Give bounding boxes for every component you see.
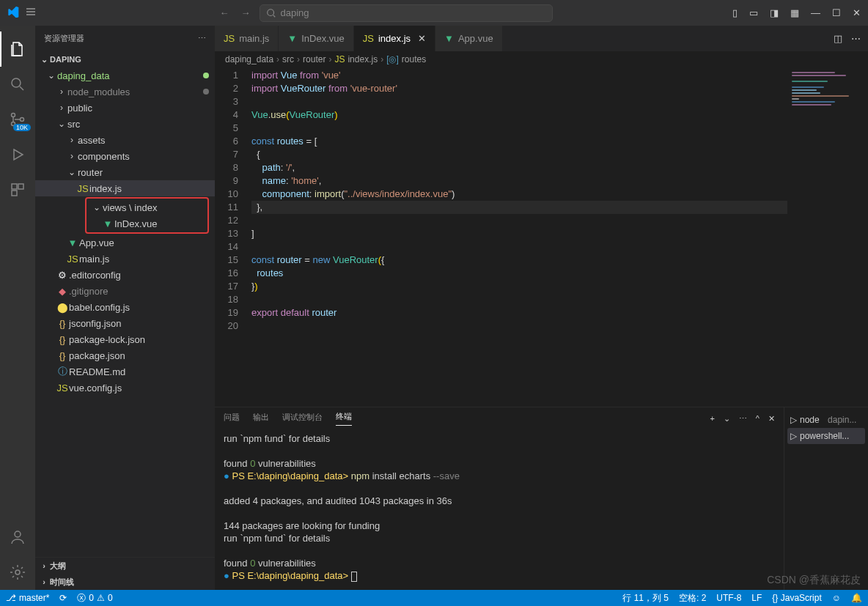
activity-source-control[interactable]: 10K <box>0 102 35 137</box>
layout-sidebar-left-icon[interactable]: ▯ <box>732 7 738 18</box>
nav-forward-icon[interactable]: → <box>238 7 254 18</box>
tab-more-icon[interactable]: ⋯ <box>851 33 861 44</box>
split-editor-icon[interactable]: ◫ <box>834 33 842 44</box>
activity-account[interactable] <box>0 520 35 555</box>
layout-panel-icon[interactable]: ▭ <box>749 7 758 18</box>
scm-badge: 10K <box>13 124 31 131</box>
hamburger-menu-icon[interactable] <box>25 6 37 20</box>
project-header[interactable]: ⌄DAPING <box>35 51 215 67</box>
terminal-item-node[interactable]: ▷node dapin... <box>787 412 865 428</box>
command-center-search[interactable]: daping <box>260 4 553 22</box>
sidebar-more-icon[interactable]: ⋯ <box>198 34 206 43</box>
terminal[interactable]: run `npm fund` for details found 0 vulne… <box>215 429 784 590</box>
terminal-more-icon[interactable]: ⋯ <box>739 414 747 424</box>
status-line-col[interactable]: 行 11，列 5 <box>622 592 669 605</box>
nav-back-icon[interactable]: ← <box>217 7 232 18</box>
svg-rect-7 <box>12 191 17 196</box>
svg-point-1 <box>12 78 21 87</box>
panel-tab-output[interactable]: 输出 <box>253 412 269 426</box>
activity-search[interactable] <box>0 67 35 102</box>
status-branch[interactable]: ⎇ master* <box>6 593 49 603</box>
panel-tab-terminal[interactable]: 终端 <box>336 411 352 426</box>
terminal-new-icon[interactable]: + <box>710 414 714 424</box>
activity-explorer[interactable] <box>0 32 35 67</box>
panel-tab-debug[interactable]: 调试控制台 <box>282 412 323 426</box>
file-editorconfig[interactable]: ⚙.editorconfig <box>35 267 215 283</box>
sidebar-title: 资源管理器 <box>44 33 84 44</box>
code-editor[interactable]: import Vue from 'vue'import VueRouter fr… <box>251 67 787 407</box>
explorer-sidebar: 资源管理器 ⋯ ⌄DAPING ⌄daping_data ›node_modul… <box>35 26 215 590</box>
file-package-json[interactable]: {}package.json <box>35 347 215 363</box>
status-encoding[interactable]: UTF-8 <box>716 592 741 605</box>
folder-node-modules[interactable]: ›node_modules <box>35 84 215 100</box>
editor-tabs: JSmain.js ▼InDex.vue JSindex.js✕ ▼App.vu… <box>215 26 868 51</box>
terminal-item-powershell[interactable]: ▷powershell... <box>787 428 865 444</box>
tab-index-js[interactable]: JSindex.js✕ <box>354 26 435 51</box>
svg-point-9 <box>15 570 20 574</box>
terminal-split-dropdown-icon[interactable]: ⌄ <box>724 414 730 424</box>
folder-public[interactable]: ›public <box>35 100 215 116</box>
status-sync[interactable]: ⟳ <box>59 593 67 603</box>
panel-tabs: 问题 输出 调试控制台 终端 + ⌄ ⋯ ^ ✕ <box>215 407 784 429</box>
folder-components[interactable]: ›components <box>35 148 215 164</box>
status-spaces[interactable]: 空格: 2 <box>679 592 706 605</box>
status-eol[interactable]: LF <box>751 592 762 605</box>
layout-sidebar-right-icon[interactable]: ◨ <box>770 7 779 18</box>
terminal-cursor <box>351 572 357 582</box>
panel-close-icon[interactable]: ✕ <box>768 414 775 424</box>
annotation-box: ⌄views \ index ▼InDex.vue <box>85 197 209 234</box>
svg-point-4 <box>21 118 24 122</box>
bottom-panel: 问题 输出 调试控制台 终端 + ⌄ ⋯ ^ ✕ run `npm fund` … <box>215 407 868 590</box>
svg-point-0 <box>267 9 273 15</box>
window-maximize-icon[interactable]: ☐ <box>832 7 841 18</box>
panel-tab-problems[interactable]: 问题 <box>224 412 240 426</box>
svg-point-8 <box>15 531 21 537</box>
layout-customize-icon[interactable]: ▦ <box>790 7 799 18</box>
editor-area: JSmain.js ▼InDex.vue JSindex.js✕ ▼App.vu… <box>215 26 868 590</box>
vscode-logo-icon <box>7 6 19 20</box>
activity-run-debug[interactable] <box>0 137 35 172</box>
svg-rect-5 <box>12 184 17 189</box>
tab-app-vue[interactable]: ▼App.vue <box>435 26 503 51</box>
search-placeholder: daping <box>281 7 309 18</box>
folder-views-index[interactable]: ⌄views \ index <box>87 199 207 215</box>
folder-src[interactable]: ⌄src <box>35 116 215 132</box>
minimap[interactable] <box>787 67 868 407</box>
tab-main-js[interactable]: JSmain.js <box>215 26 279 51</box>
tab-index-vue[interactable]: ▼InDex.vue <box>279 26 353 51</box>
svg-rect-6 <box>18 184 23 189</box>
activity-bar: 10K <box>0 26 35 590</box>
file-tree: ⌄daping_data ›node_modules ›public ⌄src … <box>35 67 215 557</box>
folder-daping-data[interactable]: ⌄daping_data <box>35 67 215 84</box>
file-index-vue[interactable]: ▼InDex.vue <box>87 215 207 232</box>
line-gutter: 1234567891011121314151617181920 <box>215 67 251 407</box>
svg-point-2 <box>12 114 15 117</box>
file-vue-config[interactable]: JSvue.config.js <box>35 380 215 396</box>
folder-router[interactable]: ⌄router <box>35 164 215 180</box>
file-babel-config[interactable]: ⬤babel.config.js <box>35 299 215 315</box>
folder-assets[interactable]: ›assets <box>35 132 215 148</box>
outline-section[interactable]: ›大纲 <box>35 558 215 574</box>
file-gitignore[interactable]: ◆.gitignore <box>35 283 215 299</box>
panel-maximize-icon[interactable]: ^ <box>756 414 760 424</box>
window-close-icon[interactable]: ✕ <box>853 7 861 18</box>
tab-close-icon[interactable]: ✕ <box>418 33 426 44</box>
file-readme[interactable]: ⓘREADME.md <box>35 363 215 380</box>
file-package-lock[interactable]: {}package-lock.json <box>35 331 215 347</box>
timeline-section[interactable]: ›时间线 <box>35 574 215 590</box>
status-notifications-icon[interactable]: 🔔 <box>851 592 862 605</box>
file-app-vue[interactable]: ▼App.vue <box>35 234 215 251</box>
terminal-icon: ▷ <box>790 415 797 425</box>
file-router-index-js[interactable]: JSindex.js <box>35 180 215 196</box>
title-bar: ← → daping ▯ ▭ ◨ ▦ — ☐ ✕ <box>0 0 868 26</box>
status-language[interactable]: {} JavaScript <box>772 592 821 605</box>
status-feedback-icon[interactable]: ☺ <box>832 592 841 605</box>
status-errors[interactable]: ⓧ 0 ⚠ 0 <box>77 592 112 605</box>
file-jsconfig[interactable]: {}jsconfig.json <box>35 315 215 331</box>
activity-settings[interactable] <box>0 555 35 590</box>
breadcrumb[interactable]: daping_data› src› router› JSindex.js› [◎… <box>215 51 868 67</box>
terminal-list: ▷node dapin... ▷powershell... <box>784 407 868 590</box>
file-main-js[interactable]: JSmain.js <box>35 251 215 267</box>
activity-extensions[interactable] <box>0 172 35 207</box>
window-minimize-icon[interactable]: — <box>811 7 820 18</box>
